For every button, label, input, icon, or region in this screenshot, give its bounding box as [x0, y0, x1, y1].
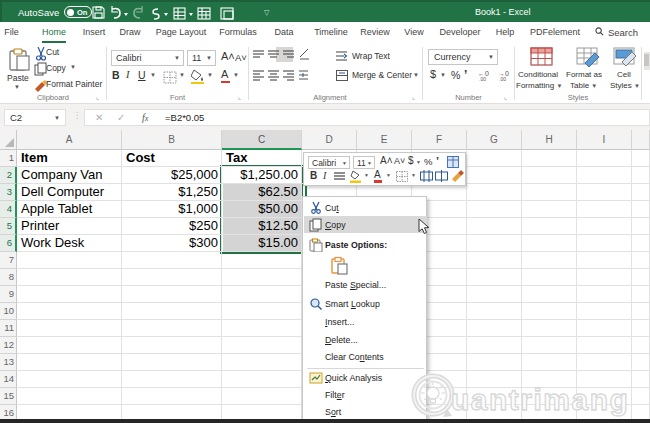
svg-text:.00: .00 [479, 76, 486, 82]
svg-text:uantrimang: uantrimang [451, 383, 629, 416]
svg-text:.00: .00 [499, 76, 506, 82]
